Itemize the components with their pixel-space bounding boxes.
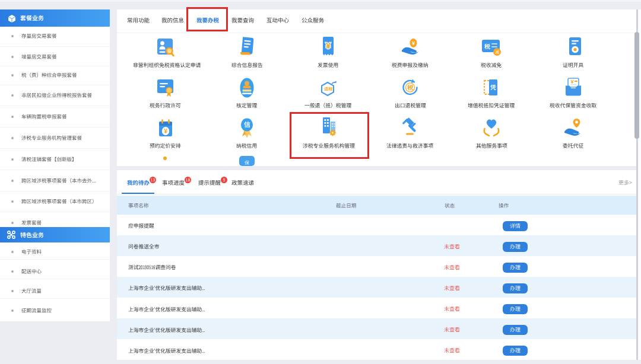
svg-text:¥: ¥	[412, 40, 415, 46]
svg-text:¥: ¥	[326, 40, 331, 50]
svg-text:¥: ¥	[164, 128, 167, 135]
svg-text:¥: ¥	[570, 79, 573, 85]
